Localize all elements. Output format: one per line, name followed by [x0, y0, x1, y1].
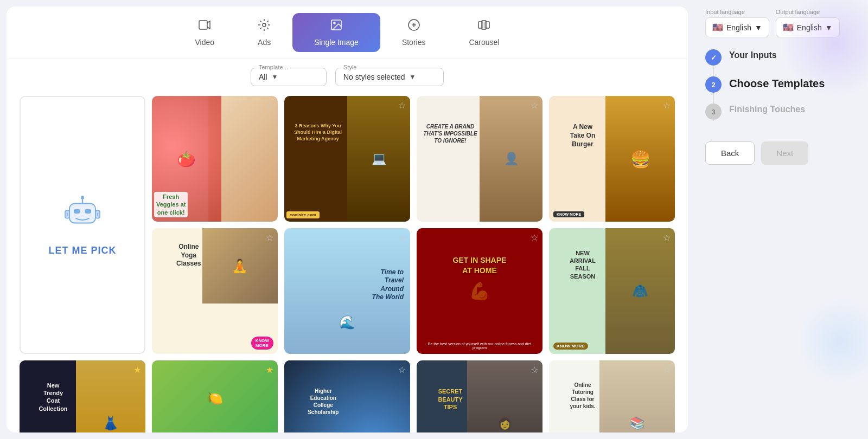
output-language-button[interactable]: 🇺🇸 English ▼ — [776, 17, 840, 37]
carousel-icon — [477, 18, 490, 35]
tab-video-label: Video — [195, 38, 214, 47]
template-filter-value: All — [259, 73, 267, 81]
star-badge-10: ★ — [266, 365, 273, 375]
back-button[interactable]: Back — [705, 141, 755, 165]
step-3-label: Finishing Touches — [729, 102, 805, 114]
tab-carousel-label: Carousel — [469, 38, 499, 47]
single-image-icon — [330, 18, 343, 35]
template-card-5[interactable]: 🧘 OnlineYogaClasses KNOWMORE ☆ — [152, 228, 278, 354]
template-filter-arrow: ▼ — [272, 73, 278, 81]
tab-single-image[interactable]: Single Image — [292, 13, 380, 52]
star-badge-8: ☆ — [663, 233, 671, 243]
output-language-value: English — [797, 23, 822, 32]
video-icon — [198, 18, 211, 35]
svg-rect-14 — [85, 209, 91, 214]
svg-point-3 — [334, 22, 335, 24]
template-card-7[interactable]: 💪 GET IN SHAPEAT HOME Be the best versio… — [417, 228, 542, 354]
star-badge-9: ★ — [133, 365, 141, 375]
star-badge-13: ☆ — [663, 365, 671, 375]
stories-icon — [407, 18, 420, 35]
step-2: 2 Choose Templates — [705, 75, 857, 93]
template-card-10[interactable]: 🍋 PamperYourselfWith Spa Book Your Appoi… — [152, 360, 278, 432]
star-badge-1: ☆ — [266, 100, 273, 111]
star-badge-5: ☆ — [266, 233, 273, 243]
star-badge-4: ☆ — [663, 100, 671, 111]
language-row: Input language 🇺🇸 English ▼ Output langu… — [705, 9, 857, 37]
svg-point-1 — [263, 23, 266, 27]
tab-ads-label: Ads — [258, 38, 271, 47]
template-card-4[interactable]: 🍔 A NewTake OnBurger KNOW MORE ☆ — [549, 96, 675, 222]
ads-icon — [258, 18, 271, 35]
tab-ads[interactable]: Ads — [236, 13, 292, 52]
nav-tabs: Video Ads Single Image — [7, 7, 688, 59]
style-filter[interactable]: Style No styles selected ▼ — [335, 68, 444, 86]
template-card-13[interactable]: 📚 OnlineTutoringClass foryour kids. Lear… — [549, 360, 675, 432]
tab-stories-label: Stories — [402, 38, 426, 47]
star-badge-11: ☆ — [398, 365, 406, 375]
step-1-label: Your Inputs — [729, 48, 777, 60]
tab-carousel[interactable]: Carousel — [447, 13, 521, 52]
button-row: Back Next — [705, 141, 857, 165]
output-language-flag: 🇺🇸 — [783, 22, 794, 33]
tab-single-image-label: Single Image — [314, 38, 359, 47]
next-button[interactable]: Next — [761, 141, 808, 165]
filter-bar: Template... All ▼ Style No styles select… — [20, 68, 675, 86]
template-card-3[interactable]: 👤 CREATE A BRAND THAT'S IMPOSSIBLE TO IG… — [417, 96, 542, 222]
sidebar: Input language 🇺🇸 English ▼ Output langu… — [694, 0, 868, 439]
style-filter-value: No styles selected — [343, 73, 405, 81]
let-me-pick-label: LET ME PICK — [48, 245, 116, 256]
tab-stories[interactable]: Stories — [380, 13, 448, 52]
input-language-button[interactable]: 🇺🇸 English ▼ — [705, 17, 769, 37]
input-language-group: Input language 🇺🇸 English ▼ — [705, 9, 769, 37]
svg-point-11 — [81, 196, 84, 199]
style-filter-label: Style — [341, 64, 359, 70]
template-card-9[interactable]: 👗 NewTrendyCoatCollection www.goodsite.c… — [20, 360, 145, 432]
gallery-area: Template... All ▼ Style No styles select… — [7, 59, 688, 432]
let-me-pick-card[interactable]: LET ME PICK — [20, 96, 145, 354]
template-filter[interactable]: Template... All ▼ — [251, 68, 327, 86]
template-card-12[interactable]: 👩 SECRETBEAUTYTIPS By expert artist Know… — [417, 360, 542, 432]
star-badge-7: ☆ — [531, 233, 538, 243]
step-2-label: Choose Templates — [729, 75, 825, 90]
robot-icon — [61, 194, 104, 240]
star-badge-6: ☆ — [398, 233, 406, 243]
star-badge-3: ☆ — [531, 100, 538, 111]
star-badge-2: ☆ — [398, 100, 406, 111]
input-language-value: English — [726, 23, 751, 32]
input-language-arrow: ▼ — [755, 23, 762, 32]
step-1-circle: ✓ — [705, 49, 722, 66]
template-filter-label: Template... — [257, 64, 290, 70]
output-language-group: Output language 🇺🇸 English ▼ — [776, 9, 840, 37]
input-language-label: Input language — [705, 9, 769, 15]
main-panel: Video Ads Single Image — [7, 7, 688, 432]
step-list: ✓ Your Inputs 2 Choose Templates 3 Finis… — [705, 48, 857, 120]
template-card-1[interactable]: 🍅 FreshVeggies atone click! ☆ — [152, 96, 278, 222]
tab-video[interactable]: Video — [173, 13, 236, 52]
template-card-6[interactable]: 🌊 Time toTravelAroundThe World ☆ — [284, 228, 410, 354]
step-2-circle: 2 — [705, 76, 722, 93]
step-1: ✓ Your Inputs — [705, 48, 857, 66]
template-card-11[interactable]: HigherEducationCollegeScholarship Read M… — [284, 360, 410, 432]
star-badge-12: ☆ — [531, 365, 538, 375]
template-grid: LET ME PICK 🍅 FreshVeggies atone click! … — [20, 96, 675, 432]
svg-rect-0 — [199, 21, 207, 29]
input-language-flag: 🇺🇸 — [712, 22, 723, 33]
step-3: 3 Finishing Touches — [705, 102, 857, 120]
template-card-8[interactable]: 🧥 NEWARRIVALFALLSEASON KNOW MORE ☆ — [549, 228, 675, 354]
output-language-arrow: ▼ — [825, 23, 833, 32]
svg-rect-9 — [482, 21, 486, 29]
step-3-circle: 3 — [705, 104, 722, 120]
style-filter-arrow: ▼ — [410, 73, 416, 81]
template-card-2[interactable]: 💻 3 Reasons Why You Should Hire a Digita… — [284, 96, 410, 222]
output-language-label: Output language — [776, 9, 840, 15]
svg-rect-13 — [74, 209, 80, 214]
